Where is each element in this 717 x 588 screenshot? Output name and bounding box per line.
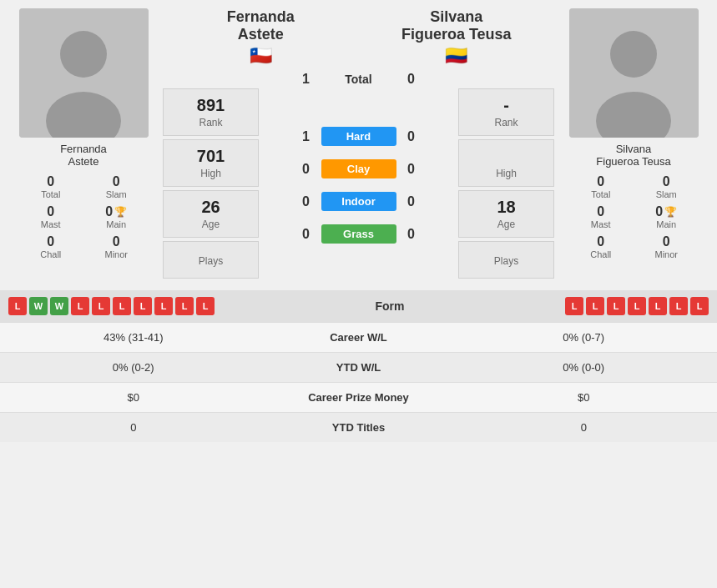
center-area: Fernanda Astete 🇨🇱 Silvana Figueroa Teus… (163, 8, 554, 279)
player2-minor-cell: 0 Minor (634, 233, 699, 261)
player2-stats-grid: 0 Total 0 Slam 0 Mast 0🏆 Main (569, 173, 699, 261)
player1-name-center: Fernanda Astete 🇨🇱 (163, 8, 359, 67)
total-score-p2: 0 (403, 72, 420, 87)
player1-trophy-icon: 🏆 (114, 206, 127, 218)
clay-score-row: 0 Clay 0 (298, 159, 420, 178)
scores-stats-row: 891 Rank 701 High 26 Age (163, 88, 554, 279)
grass-score-p1: 0 (298, 227, 315, 242)
player1-mast-val: 0 (19, 204, 83, 219)
player2-rank-value: - (503, 96, 509, 115)
form-label: Form (376, 299, 405, 313)
player2-main-label: Main (634, 219, 699, 229)
player2-trophy-icon: 🏆 (664, 206, 677, 218)
surface-scores-col: 1 Hard 0 0 Clay 0 0 Indoor 0 (262, 88, 455, 279)
player1-rank-value: 891 (197, 96, 225, 115)
player2-total-val: 0 (569, 174, 634, 189)
grass-score-p2: 0 (403, 227, 420, 242)
player2-rank-label: Rank (494, 117, 518, 128)
player2-minor-label: Minor (634, 249, 699, 259)
form-badge-w: W (29, 297, 48, 315)
indoor-score-p1: 0 (298, 194, 315, 209)
player1-slam-cell: 0 Slam (84, 173, 149, 201)
player1-chall-label: Chall (19, 249, 83, 259)
player2-form-badges: LLLLLLL (565, 297, 709, 315)
form-section: LWWLLLLLLL Form LLLLLLL (0, 290, 717, 322)
grass-badge: Grass (321, 224, 396, 244)
form-badge-l: L (669, 297, 688, 315)
grass-score-row: 0 Grass 0 (298, 224, 420, 244)
player1-rank-label: Rank (199, 117, 222, 128)
form-badge-l: L (8, 297, 27, 315)
titles-p1: 0 (0, 421, 267, 434)
player2-slam-val: 0 (634, 174, 699, 189)
player2-mast-label: Mast (569, 219, 634, 229)
player1-age-value: 26 (201, 198, 220, 217)
form-badge-l: L (586, 297, 604, 315)
prize-row: $0 Career Prize Money $0 (0, 382, 717, 412)
names-flags-row: Fernanda Astete 🇨🇱 Silvana Figueroa Teus… (163, 8, 554, 67)
player2-high-value (504, 147, 509, 166)
player1-high-value: 701 (197, 147, 225, 166)
prize-p2: $0 (451, 391, 718, 404)
top-area: Fernanda Astete 0 Total 0 Slam 0 Mas (0, 0, 717, 287)
player1-name-title: Fernanda Astete (163, 8, 359, 43)
prize-label: Career Prize Money (267, 391, 451, 404)
player2-name-title: Silvana Figueroa Teusa (359, 8, 555, 43)
titles-row: 0 YTD Titles 0 (0, 412, 717, 442)
form-badge-l: L (649, 297, 667, 315)
left-stat-boxes: 891 Rank 701 High 26 Age (163, 88, 259, 279)
form-badge-l: L (628, 297, 646, 315)
player2-chall-cell: 0 Chall (569, 233, 634, 261)
player1-minor-val: 0 (84, 234, 149, 249)
player2-name-center: Silvana Figueroa Teusa 🇨🇴 (359, 8, 555, 67)
career-wl-p2: 0% (0-7) (451, 331, 718, 344)
player2-slam-cell: 0 Slam (634, 173, 699, 201)
hard-score-row: 1 Hard 0 (298, 127, 420, 146)
hard-badge: Hard (321, 127, 396, 146)
form-badge-l: L (607, 297, 625, 315)
player1-chall-val: 0 (19, 234, 83, 249)
titles-label: YTD Titles (267, 421, 451, 434)
form-badge-l: L (175, 297, 194, 315)
full-layout: Fernanda Astete 0 Total 0 Slam 0 Mas (0, 0, 717, 442)
total-label: Total (321, 73, 396, 86)
player1-total-cell: 0 Total (19, 173, 83, 201)
player2-flag: 🇨🇴 (359, 45, 555, 67)
player1-slam-val: 0 (84, 174, 149, 189)
clay-badge: Clay (321, 159, 396, 178)
form-badge-l: L (92, 297, 110, 315)
player1-minor-label: Minor (84, 249, 149, 259)
player1-total-val: 0 (19, 174, 83, 189)
player1-main-val: 0 (105, 204, 113, 219)
player2-chall-val: 0 (569, 234, 634, 249)
player2-mast-val: 0 (569, 204, 634, 219)
player2-main-val: 0 (655, 204, 663, 219)
player1-high-label: High (200, 168, 221, 179)
player2-avatar (569, 8, 699, 138)
player2-total-cell: 0 Total (569, 173, 634, 201)
hard-score-p1: 1 (298, 129, 315, 144)
player2-rank-box: - Rank (458, 88, 554, 136)
player1-age-label: Age (202, 219, 220, 230)
player2-age-label: Age (497, 219, 515, 230)
career-wl-row: 43% (31-41) Career W/L 0% (0-7) (0, 322, 717, 352)
player2-high-box: High (458, 139, 554, 187)
player2-age-value: 18 (497, 198, 515, 217)
ytd-wl-p2: 0% (0-0) (451, 361, 718, 374)
career-wl-label: Career W/L (267, 331, 451, 344)
player1-high-box: 701 High (163, 139, 259, 187)
form-badge-l: L (154, 297, 173, 315)
total-score-row: 1 Total 0 (298, 72, 420, 87)
clay-score-p2: 0 (403, 162, 420, 177)
player1-main-cell: 0🏆 Main (84, 203, 149, 231)
hard-score-p2: 0 (403, 129, 420, 144)
player1-minor-cell: 0 Minor (84, 233, 149, 261)
svg-point-4 (610, 31, 657, 78)
ytd-wl-p1: 0% (0-2) (0, 361, 267, 374)
svg-point-1 (60, 31, 107, 78)
player2-age-box: 18 Age (458, 190, 554, 238)
player2-slam-label: Slam (634, 189, 699, 199)
player2-plays-box: Plays (458, 241, 554, 279)
player1-main-label: Main (106, 219, 126, 229)
right-player-area: Silvana Figueroa Teusa 0 Total 0 Slam 0 (558, 8, 709, 279)
